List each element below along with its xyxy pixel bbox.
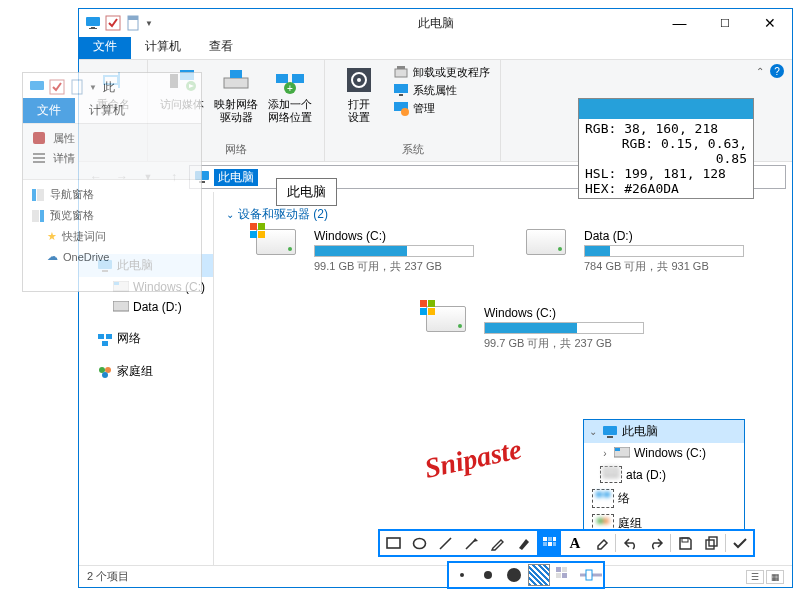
brush-slider[interactable] <box>578 563 602 587</box>
svg-point-58 <box>603 518 609 524</box>
svg-rect-48 <box>32 210 39 222</box>
brush-size-2[interactable] <box>476 563 500 587</box>
mosaic-tool-icon[interactable] <box>537 531 561 555</box>
svg-rect-53 <box>615 448 620 451</box>
brush-mosaic[interactable] <box>552 563 576 587</box>
svg-rect-70 <box>706 540 714 549</box>
marker-tool-icon[interactable] <box>511 531 535 555</box>
svg-point-60 <box>413 538 425 548</box>
copy-icon[interactable] <box>699 531 723 555</box>
svg-rect-77 <box>556 573 561 578</box>
line-tool-icon[interactable] <box>433 531 457 555</box>
svg-rect-14 <box>292 74 304 83</box>
text-tool-icon[interactable]: A <box>563 531 587 555</box>
svg-point-57 <box>597 518 603 524</box>
close-button[interactable]: ✕ <box>747 9 792 37</box>
svg-rect-21 <box>397 66 405 69</box>
window-title: 此电脑 <box>418 15 454 32</box>
svg-rect-33 <box>98 334 104 339</box>
confirm-icon[interactable] <box>728 531 752 555</box>
brush-size-3[interactable] <box>502 563 526 587</box>
rect-tool-icon[interactable] <box>381 531 405 555</box>
ribbon-uninstall[interactable]: 卸载或更改程序 <box>393 64 490 80</box>
tree-root[interactable]: ⌄此电脑 <box>584 420 744 443</box>
color-picker-tooltip: RGB: 38, 160, 218 RGB: 0.15, 0.63, 0.85 … <box>578 98 754 199</box>
ghost-navpane: 导航窗格 <box>31 184 193 205</box>
save-icon[interactable] <box>673 531 697 555</box>
brush-toolbar[interactable] <box>447 561 605 589</box>
view-icons-button[interactable]: ▦ <box>766 570 784 584</box>
svg-point-25 <box>401 108 409 116</box>
svg-rect-45 <box>33 161 45 163</box>
eraser-tool-icon[interactable] <box>589 531 613 555</box>
svg-rect-80 <box>586 570 592 580</box>
tab-computer[interactable]: 计算机 <box>131 34 195 59</box>
ribbon-add-location[interactable]: + 添加一个 网络位置 <box>266 64 314 124</box>
minimize-button[interactable]: — <box>657 9 702 37</box>
svg-point-72 <box>460 573 464 577</box>
svg-rect-50 <box>603 426 617 435</box>
ribbon-sysprop[interactable]: 系统属性 <box>393 82 490 98</box>
drive-d[interactable]: Data (D:) 784 GB 可用，共 931 GB <box>526 229 756 274</box>
svg-rect-23 <box>399 94 403 96</box>
ribbon-group-network: 网络 <box>225 142 247 159</box>
svg-rect-2 <box>89 28 97 29</box>
check-icon[interactable] <box>105 15 121 31</box>
titlebar: ▼ 此电脑 — ☐ ✕ <box>79 9 792 37</box>
svg-rect-20 <box>395 69 407 77</box>
svg-rect-68 <box>553 542 556 546</box>
svg-point-38 <box>102 372 108 378</box>
svg-rect-39 <box>30 81 44 90</box>
brush-size-1[interactable] <box>450 563 474 587</box>
ghost-window: ▼ 此 文件 计算机 属性 详情 导航窗格 预览窗格 ★快捷词问 ☁OneDri… <box>22 72 202 292</box>
view-details-button[interactable]: ☰ <box>746 570 764 584</box>
ellipse-tool-icon[interactable] <box>407 531 431 555</box>
svg-line-61 <box>440 538 451 549</box>
rgb-int-row: RGB: 38, 160, 218 <box>585 121 747 136</box>
tab-file[interactable]: 文件 <box>79 34 131 59</box>
svg-rect-66 <box>548 542 552 546</box>
hsl-row: HSL: 199, 181, 128 <box>585 166 747 181</box>
ribbon-collapse-icon[interactable]: ⌃ <box>756 66 764 77</box>
undo-icon[interactable] <box>618 531 642 555</box>
svg-rect-67 <box>553 537 556 541</box>
sidebar-network[interactable]: 网络 <box>79 327 213 350</box>
ribbon-map-drive[interactable]: 映射网络 驱动器 <box>212 64 260 124</box>
pencil-tool-icon[interactable] <box>485 531 509 555</box>
tree-winc[interactable]: ›Windows (C:) <box>584 443 744 463</box>
sidebar-homegroup[interactable]: 家庭组 <box>79 360 213 383</box>
annotation-toolbar[interactable]: A <box>378 529 755 557</box>
svg-rect-1 <box>91 27 95 28</box>
address-tooltip: 此电脑 <box>276 178 337 206</box>
ghost-onedrive: ☁OneDrive <box>31 247 193 266</box>
sidebar-data-d[interactable]: Data (D:) <box>79 297 213 317</box>
svg-rect-55 <box>596 492 602 497</box>
help-icon[interactable]: ? <box>770 64 784 78</box>
maximize-button[interactable]: ☐ <box>702 9 747 37</box>
svg-point-36 <box>99 367 105 373</box>
ribbon-group-system: 系统 <box>402 142 424 159</box>
hex-row: HEX: #26A0DA <box>585 181 747 196</box>
tree-network[interactable]: 络 <box>584 486 744 511</box>
redo-icon[interactable] <box>644 531 668 555</box>
qat-dropdown-icon[interactable]: ▼ <box>145 19 153 28</box>
floating-tree[interactable]: ⌄此电脑 ›Windows (C:) ata (D:) 络 庭组 <box>583 419 745 537</box>
ribbon-open-settings[interactable]: 打开 设置 <box>335 64 383 124</box>
status-bar: 2 个项目 ☰ ▦ <box>79 565 792 587</box>
svg-rect-56 <box>604 492 610 497</box>
tab-view[interactable]: 查看 <box>195 34 247 59</box>
svg-rect-42 <box>33 132 45 144</box>
tree-datad[interactable]: ata (D:) <box>584 463 744 486</box>
svg-point-37 <box>105 367 111 373</box>
brush-pattern[interactable] <box>528 564 550 586</box>
doc-icon[interactable] <box>125 15 141 31</box>
svg-text:+: + <box>287 83 293 94</box>
arrow-tool-icon[interactable] <box>459 531 483 555</box>
drive-c-1[interactable]: Windows (C:) 99.1 GB 可用，共 237 GB <box>256 229 486 274</box>
svg-rect-46 <box>32 189 36 201</box>
drive-c-2[interactable]: Windows (C:) 99.7 GB 可用，共 237 GB <box>426 306 656 351</box>
svg-rect-65 <box>543 542 547 546</box>
ribbon-manage[interactable]: 管理 <box>393 100 490 116</box>
svg-rect-47 <box>37 189 44 201</box>
svg-rect-64 <box>548 537 552 541</box>
